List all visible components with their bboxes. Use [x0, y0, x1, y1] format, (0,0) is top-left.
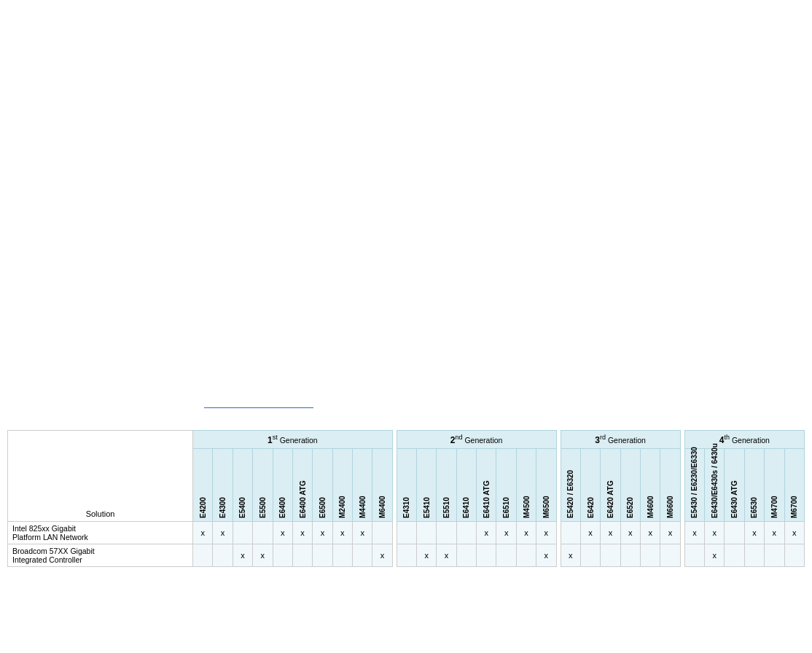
solution-broadcom57xx: Broadcom 57XX GigabitIntegrated Controll… [8, 544, 193, 566]
cell-intel825xx-m6700: x [784, 521, 805, 544]
row-broadcom57xx: Broadcom 57XX GigabitIntegrated Controll… [8, 544, 805, 566]
cell-broadcom57xx-e4300 [213, 544, 233, 566]
cell-broadcom57xx-e6510 [496, 544, 516, 566]
gen1-sup: st [273, 434, 278, 441]
gen3-header: 3rd Generation [561, 431, 680, 449]
model-m6700: M6700 [784, 448, 805, 521]
model-e5400: E5400 [233, 448, 252, 521]
cell-broadcom57xx-m6700 [784, 544, 805, 566]
cell-intel825xx-e4310 [397, 521, 416, 544]
cell-intel825xx-e5410 [417, 521, 437, 544]
gen4-text: Generation [732, 436, 770, 445]
model-e5420e6320: E5420 / E6320 [561, 448, 580, 521]
cell-intel825xx-e6400atg: x [292, 521, 312, 544]
model-e5430e6230e6330: E5430 / E6230/E6330 [684, 448, 704, 521]
model-e5410: E5410 [417, 448, 437, 521]
cell-broadcom57xx-m4600 [640, 544, 660, 566]
model-e6410: E6410 [456, 448, 476, 521]
model-e4300: E4300 [213, 448, 233, 521]
model-e4310: E4310 [397, 448, 416, 521]
cell-intel825xx-e5510 [437, 521, 456, 544]
cell-intel825xx-e6530: x [744, 521, 764, 544]
model-e6420atg: E6420 ATG [601, 448, 620, 521]
gen2-number: 2 [450, 435, 456, 445]
row-intel825xx: Intel 825xx GigabitPlatform LAN Network … [8, 521, 805, 544]
cell-intel825xx-e5430e6230e6330: x [684, 521, 704, 544]
gen3-number: 3 [595, 435, 600, 445]
cell-intel825xx-e6420: x [580, 521, 600, 544]
cell-broadcom57xx-m6600 [660, 544, 680, 566]
model-e5500: E5500 [253, 448, 273, 521]
compatibility-table: Solution 1st Generation 2nd Generation 3… [7, 430, 805, 567]
compatibility-table-section: Solution 1st Generation 2nd Generation 3… [0, 430, 812, 567]
model-e6520: E6520 [620, 448, 640, 521]
gen2-text: Generation [464, 436, 502, 445]
cell-intel825xx-e4200: x [193, 521, 213, 544]
generation-header-row: Solution 1st Generation 2nd Generation 3… [8, 431, 805, 449]
gen3-text: Generation [608, 436, 646, 445]
cell-broadcom57xx-e5500: x [253, 544, 273, 566]
cell-broadcom57xx-e6410 [456, 544, 476, 566]
model-e6420: E6420 [580, 448, 600, 521]
cell-intel825xx-e5420e6320 [561, 521, 580, 544]
cell-intel825xx-m6400 [372, 521, 392, 544]
cell-broadcom57xx-e6400atg [292, 544, 312, 566]
model-e6430atg: E6430 ATG [725, 448, 744, 521]
cell-broadcom57xx-e5420e6320: x [561, 544, 580, 566]
cell-intel825xx-e6400: x [273, 521, 292, 544]
cell-broadcom57xx-e6430atg [725, 544, 744, 566]
model-m6600: M6600 [660, 448, 680, 521]
cell-broadcom57xx-e6410atg [477, 544, 496, 566]
cell-intel825xx-m6500: x [536, 521, 556, 544]
gen2-header: 2nd Generation [397, 431, 556, 449]
cell-broadcom57xx-e4200 [193, 544, 213, 566]
solution-intel825xx: Intel 825xx GigabitPlatform LAN Network [8, 521, 193, 544]
gen4-number: 4 [719, 435, 725, 445]
model-m6500: M6500 [536, 448, 556, 521]
cell-broadcom57xx-e6400 [273, 544, 292, 566]
cell-broadcom57xx-e5510: x [437, 544, 456, 566]
cell-intel825xx-e5400 [233, 521, 252, 544]
model-m2400: M2400 [332, 448, 352, 521]
gen1-number: 1 [268, 435, 273, 445]
cell-intel825xx-m2400: x [332, 521, 352, 544]
gen1-header: 1st Generation [193, 431, 393, 449]
model-m4700: M4700 [765, 448, 784, 521]
gen4-sup: th [725, 434, 730, 441]
model-e6500: E6500 [313, 448, 332, 521]
cell-broadcom57xx-e6500 [313, 544, 332, 566]
model-m4500: M4500 [516, 448, 536, 521]
gen1-text: Generation [280, 436, 318, 445]
cell-broadcom57xx-e4310 [397, 544, 416, 566]
cell-intel825xx-e6410atg: x [477, 521, 496, 544]
cell-broadcom57xx-e5400: x [233, 544, 252, 566]
top-content-area [0, 0, 812, 423]
cell-broadcom57xx-m2400 [332, 544, 352, 566]
model-e5510: E5510 [437, 448, 456, 521]
cell-broadcom57xx-e6520 [620, 544, 640, 566]
cell-broadcom57xx-m6400: x [372, 544, 392, 566]
model-m4600: M4600 [640, 448, 660, 521]
cell-broadcom57xx-e6420atg [601, 544, 620, 566]
cell-intel825xx-m6600: x [660, 521, 680, 544]
model-e6410atg: E6410 ATG [477, 448, 496, 521]
model-m4400: M4400 [352, 448, 372, 521]
cell-broadcom57xx-e6530 [744, 544, 764, 566]
cell-intel825xx-m4400: x [352, 521, 372, 544]
cell-broadcom57xx-e6430e6430s6430u: x [705, 544, 725, 566]
cell-intel825xx-e6500: x [313, 521, 332, 544]
cell-intel825xx-e6410 [456, 521, 476, 544]
cell-broadcom57xx-e5430e6230e6330 [684, 544, 704, 566]
cell-broadcom57xx-m6500: x [536, 544, 556, 566]
model-e6400atg: E6400 ATG [292, 448, 312, 521]
cell-intel825xx-e6420atg: x [601, 521, 620, 544]
cell-intel825xx-e4300: x [213, 521, 233, 544]
cell-broadcom57xx-m4700 [765, 544, 784, 566]
cell-intel825xx-e5500 [253, 521, 273, 544]
cell-broadcom57xx-m4500 [516, 544, 536, 566]
gen3-sup: rd [600, 434, 606, 441]
model-e6530: E6530 [744, 448, 764, 521]
solution-column-header: Solution [8, 431, 193, 522]
cell-broadcom57xx-e5410: x [417, 544, 437, 566]
model-e6400: E6400 [273, 448, 292, 521]
